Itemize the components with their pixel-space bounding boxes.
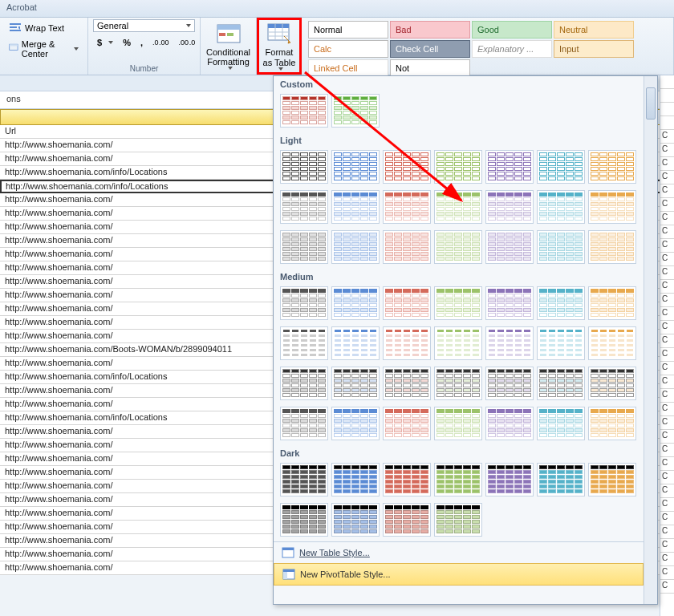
increase-decimal-button[interactable]: .0 .00 bbox=[148, 36, 173, 49]
cell-style-calc[interactable]: Calc bbox=[308, 40, 388, 58]
right-column-strip: CCCCCCCCCCCCCCCCCCCCCCCCCCCCCCCCCC bbox=[660, 75, 674, 616]
table-style-swatch[interactable] bbox=[383, 503, 431, 537]
table-style-swatch[interactable] bbox=[434, 463, 482, 496]
table-style-swatch[interactable] bbox=[383, 286, 431, 320]
table-style-swatch[interactable] bbox=[383, 150, 431, 184]
currency-button[interactable]: $ bbox=[93, 35, 117, 50]
table-style-swatch[interactable] bbox=[383, 407, 431, 440]
table-style-swatch[interactable] bbox=[280, 190, 328, 224]
table-style-swatch[interactable] bbox=[537, 150, 585, 184]
table-style-swatch[interactable] bbox=[280, 463, 328, 496]
table-style-swatch[interactable] bbox=[537, 463, 585, 496]
table-style-swatch[interactable] bbox=[383, 463, 431, 496]
cell-style-neutral[interactable]: Neutral bbox=[554, 21, 634, 38]
table-style-swatch[interactable] bbox=[434, 367, 482, 400]
table-style-swatch[interactable] bbox=[280, 230, 328, 264]
cell-style-explanatory-[interactable]: Explanatory ... bbox=[472, 40, 552, 58]
cell-style-bad[interactable]: Bad bbox=[390, 21, 470, 38]
wrap-text-button[interactable]: Wrap Text bbox=[5, 19, 83, 37]
table-style-swatch[interactable] bbox=[485, 230, 534, 264]
table-style-swatch[interactable] bbox=[588, 190, 636, 224]
table-style-swatch[interactable] bbox=[331, 407, 380, 440]
table-style-swatch[interactable] bbox=[331, 367, 380, 400]
table-style-swatch[interactable] bbox=[537, 230, 585, 264]
comma-button[interactable]: , bbox=[136, 35, 147, 50]
table-style-swatch[interactable] bbox=[588, 326, 636, 360]
table-style-swatch[interactable] bbox=[485, 326, 534, 360]
table-style-swatch[interactable] bbox=[434, 503, 482, 537]
svg-rect-6 bbox=[217, 25, 240, 30]
table-style-swatch[interactable] bbox=[434, 230, 482, 264]
table-style-swatch[interactable] bbox=[537, 190, 585, 224]
cell-style-input[interactable]: Input bbox=[554, 40, 634, 58]
table-style-swatch[interactable] bbox=[383, 230, 431, 264]
number-format-select[interactable]: General bbox=[93, 19, 195, 32]
table-style-swatch[interactable] bbox=[588, 150, 636, 184]
table-style-swatch[interactable] bbox=[588, 230, 636, 264]
table-style-swatch[interactable] bbox=[434, 150, 482, 184]
table-style-gallery: CustomLightMediumDarkNew Table Style...N… bbox=[273, 75, 658, 605]
table-style-swatch[interactable] bbox=[537, 286, 585, 320]
table-style-swatch[interactable] bbox=[588, 367, 636, 400]
table-style-swatch[interactable] bbox=[485, 190, 534, 224]
table-style-swatch[interactable] bbox=[485, 407, 534, 440]
table-style-swatch[interactable] bbox=[588, 286, 636, 320]
table-style-swatch[interactable] bbox=[280, 94, 328, 128]
svg-rect-0 bbox=[10, 23, 21, 25]
format-as-table-button[interactable]: Format as Table bbox=[259, 20, 299, 72]
table-style-swatch[interactable] bbox=[434, 326, 482, 360]
table-style-swatch[interactable] bbox=[434, 407, 482, 440]
table-icon bbox=[266, 22, 292, 47]
cell-style-check-cell[interactable]: Check Cell bbox=[390, 40, 470, 58]
chevron-down-icon bbox=[74, 47, 79, 51]
new-pivottable-style-button[interactable]: New PivotTable Style... bbox=[274, 563, 644, 586]
percent-button[interactable]: % bbox=[119, 35, 135, 50]
app-title: Acrobat bbox=[6, 2, 37, 12]
merge-center-button[interactable]: Merge & Center bbox=[5, 37, 83, 61]
cell-styles-gallery[interactable]: NormalBadGoodNeutralCalcCheck CellExplan… bbox=[307, 19, 668, 79]
table-style-swatch[interactable] bbox=[331, 463, 380, 496]
new-table-style-button[interactable]: New Table Style... bbox=[274, 542, 644, 563]
table-style-swatch[interactable] bbox=[588, 463, 636, 496]
gallery-scrollbar[interactable] bbox=[644, 76, 657, 604]
table-style-swatch[interactable] bbox=[280, 326, 328, 360]
cell-style-good[interactable]: Good bbox=[472, 21, 552, 38]
table-style-swatch[interactable] bbox=[537, 407, 585, 440]
table-style-swatch[interactable] bbox=[383, 367, 431, 400]
decrease-decimal-button[interactable]: .00 .0 bbox=[175, 36, 200, 49]
table-style-swatch[interactable] bbox=[331, 150, 380, 184]
table-style-swatch[interactable] bbox=[331, 190, 380, 224]
table-style-swatch[interactable] bbox=[383, 326, 431, 360]
conditional-formatting-button[interactable]: Conditional Formatting bbox=[209, 19, 249, 72]
table-style-swatch[interactable] bbox=[383, 190, 431, 224]
table-style-swatch[interactable] bbox=[485, 367, 534, 400]
table-style-swatch[interactable] bbox=[331, 503, 380, 537]
chevron-down-icon bbox=[278, 67, 283, 71]
table-style-swatch[interactable] bbox=[331, 230, 380, 264]
wrap-text-icon bbox=[9, 22, 22, 34]
cell-style-linked-cell[interactable]: Linked Cell bbox=[308, 59, 388, 77]
table-style-swatch[interactable] bbox=[588, 407, 636, 440]
title-bar: Acrobat bbox=[0, 0, 674, 18]
table-style-swatch[interactable] bbox=[280, 367, 328, 400]
table-style-swatch[interactable] bbox=[331, 326, 380, 360]
scroll-thumb[interactable] bbox=[646, 87, 656, 120]
cell-style-normal[interactable]: Normal bbox=[308, 21, 388, 38]
table-style-swatch[interactable] bbox=[280, 150, 328, 184]
table-style-swatch[interactable] bbox=[280, 286, 328, 320]
svg-rect-8 bbox=[227, 33, 233, 36]
table-style-swatch[interactable] bbox=[485, 463, 534, 496]
table-style-swatch[interactable] bbox=[537, 326, 585, 360]
table-style-swatch[interactable] bbox=[331, 94, 380, 128]
table-style-swatch[interactable] bbox=[434, 286, 482, 320]
table-style-swatch[interactable] bbox=[434, 190, 482, 224]
table-style-swatch[interactable] bbox=[537, 367, 585, 400]
table-style-swatch[interactable] bbox=[280, 503, 328, 537]
gallery-section-label: Light bbox=[274, 132, 644, 148]
table-style-swatch[interactable] bbox=[280, 407, 328, 440]
group-label-number: Number bbox=[93, 63, 195, 73]
table-style-swatch[interactable] bbox=[485, 286, 534, 320]
table-style-swatch[interactable] bbox=[331, 286, 380, 320]
table-style-swatch[interactable] bbox=[485, 150, 534, 184]
cell-style-not[interactable]: Not bbox=[390, 59, 470, 77]
